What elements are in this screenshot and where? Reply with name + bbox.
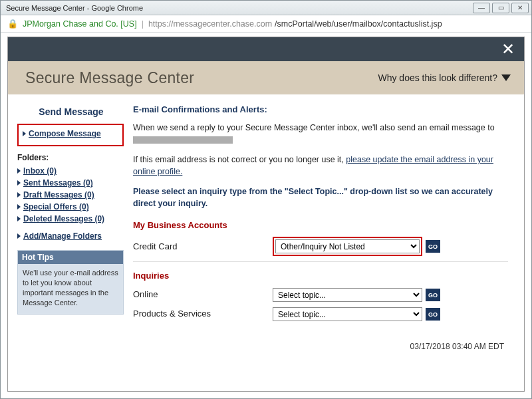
page-title: Secure Message Center [25, 69, 194, 87]
folder-deleted[interactable]: Deleted Messages (0) [23, 214, 104, 223]
confirmations-heading: E-mail Confirmations and Alerts: [133, 104, 508, 116]
caret-right-icon [17, 216, 21, 221]
url-host: https://messagecenter.chase.com [148, 19, 272, 29]
section-inquiries: Inquiries [133, 270, 508, 283]
caret-right-icon [17, 192, 21, 198]
add-manage-link[interactable]: Add/Manage Folders [23, 231, 102, 241]
section-business-accounts: My Business Accounts [133, 219, 508, 232]
folder-list: Inbox (0) Sent Messages (0) Draft Messag… [17, 166, 124, 223]
page-header: Secure Message Center Why does this look… [8, 61, 524, 94]
caret-right-icon [17, 204, 21, 209]
folder-special[interactable]: Special Offers (0) [23, 202, 89, 211]
minimize-button[interactable]: — [473, 3, 490, 13]
titlebar: Secure Message Center - Google Chrome — … [1, 1, 531, 15]
folder-drafts[interactable]: Draft Messages (0) [23, 190, 94, 200]
maximize-button[interactable]: ▭ [492, 3, 509, 13]
ev-org-label: JPMorgan Chase and Co. [US] [23, 19, 137, 29]
label-products: Products & Services [133, 308, 273, 321]
add-manage-folders: Add/Manage Folders [17, 231, 124, 241]
label-online: Online [133, 289, 273, 301]
para2-text: If this email address is not correct or … [133, 155, 346, 164]
hot-tips-body: We'll use your e-mail address to let you… [18, 264, 123, 314]
select-products-wrap: Select topic... [273, 307, 422, 321]
dark-header-bar: ✕ [8, 37, 524, 61]
timestamp: 03/17/2018 03:40 AM EDT [133, 341, 508, 352]
row-online: Online Select topic... GO [133, 288, 508, 302]
page-frame: ✕ Secure Message Center Why does this lo… [7, 37, 525, 392]
select-online[interactable]: Select topic... [273, 288, 422, 302]
lock-icon: 🔒 [7, 19, 18, 29]
select-credit-card[interactable]: Other/Inquiry Not Listed [275, 239, 420, 253]
browser-window: Secure Message Center - Google Chrome — … [0, 0, 532, 399]
hot-tips-header: Hot Tips [18, 251, 123, 264]
caret-right-icon [17, 233, 21, 239]
caret-right-icon [23, 131, 26, 136]
divider [133, 261, 508, 262]
window-title: Secure Message Center - Google Chrome [6, 4, 143, 12]
para1-text: When we send a reply to your Secure Mess… [133, 123, 495, 132]
address-bar[interactable]: 🔒 JPMorgan Chase and Co. [US] | https://… [1, 15, 531, 33]
caret-right-icon [17, 180, 21, 186]
para-update-email: If this email address is not correct or … [133, 154, 508, 178]
sidebar: Send Message Compose Message Folders: In… [17, 104, 124, 384]
url-path: /smcPortal/web/user/mailbox/contactuslis… [275, 19, 442, 29]
row-credit-card: Credit Card Other/Inquiry Not Listed GO [133, 237, 508, 256]
redacted-email [133, 136, 233, 144]
select-credit-card-wrap: Other/Inquiry Not Listed [273, 237, 422, 256]
folders-label: Folders: [17, 153, 124, 162]
url-separator: | [142, 19, 144, 29]
row-products: Products & Services Select topic... GO [133, 307, 508, 321]
close-window-button[interactable]: ✕ [511, 3, 529, 13]
select-online-wrap: Select topic... [273, 288, 422, 302]
para-reply-info: When we send a reply to your Secure Mess… [133, 122, 508, 146]
chevron-down-icon [501, 74, 511, 81]
main-content: E-mail Confirmations and Alerts: When we… [133, 104, 508, 384]
close-icon[interactable]: ✕ [501, 40, 515, 59]
compose-box: Compose Message [17, 124, 124, 146]
instruction-text: Please select an inquiry type from the "… [133, 186, 508, 209]
select-products[interactable]: Select topic... [273, 307, 422, 321]
go-button-online[interactable]: GO [426, 289, 440, 301]
why-different-link[interactable]: Why does this look different? [378, 72, 511, 83]
caret-right-icon [17, 168, 21, 174]
sidebar-title: Send Message [19, 106, 124, 117]
compose-message-link[interactable]: Compose Message [29, 129, 101, 138]
folder-inbox[interactable]: Inbox (0) [23, 166, 57, 176]
why-different-label: Why does this look different? [378, 72, 497, 83]
folder-sent[interactable]: Sent Messages (0) [23, 178, 93, 188]
go-button-credit-card[interactable]: GO [426, 240, 440, 253]
hot-tips-box: Hot Tips We'll use your e-mail address t… [17, 250, 124, 315]
go-button-products[interactable]: GO [426, 308, 440, 321]
label-credit-card: Credit Card [133, 241, 273, 253]
